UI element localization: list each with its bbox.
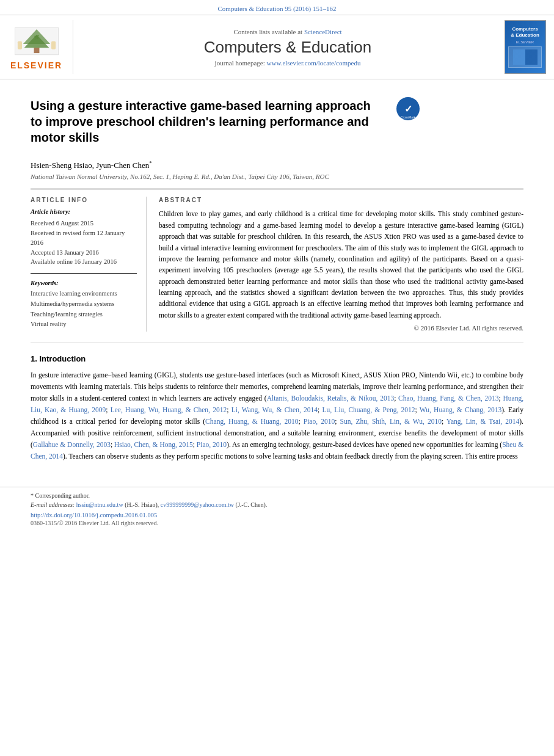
science-direct-line: Contents lists available at ScienceDirec… bbox=[233, 28, 341, 35]
intro-heading: 1. Introduction bbox=[31, 354, 523, 363]
elsevier-brand-text: ELSEVIER bbox=[10, 60, 62, 70]
cover-title-text: Computers& Education bbox=[511, 26, 539, 38]
issn-line: 0360-1315/© 2016 Elsevier Ltd. All right… bbox=[31, 520, 523, 526]
ref-altanis-link[interactable]: Altanis, Boloudakis, Retalis, & Nikou, 2… bbox=[267, 394, 395, 402]
ref-piao-link[interactable]: Piao, 2010 bbox=[304, 418, 335, 425]
journal-cover: Computers& Education ELSEVIER bbox=[502, 20, 548, 74]
title-crossmark-container: Using a gesture interactive game-based l… bbox=[31, 92, 523, 154]
abstract-label: ABSTRACT bbox=[159, 197, 523, 203]
ref-gallahue-link[interactable]: Gallahue & Donnelly, 2003 bbox=[33, 441, 111, 448]
email2-note: (J.-C. Chen). bbox=[236, 501, 268, 508]
article-info-column: ARTICLE INFO Article history: Received 6… bbox=[31, 197, 147, 332]
available-date: Available online 16 January 2016 bbox=[31, 257, 137, 267]
svg-rect-6 bbox=[51, 41, 56, 49]
intro-paragraph: In gesture interactive game–based learni… bbox=[31, 369, 523, 462]
ref-lee-link[interactable]: Lee, Huang, Wu, Huang, & Chen, 2012 bbox=[111, 406, 227, 413]
title-divider bbox=[31, 189, 523, 189]
ref-li-link[interactable]: Li, Wang, Wu, & Chen, 2014 bbox=[231, 406, 318, 413]
keyword-3: Teaching/learning strategies bbox=[31, 310, 137, 320]
journal-title: Computers & Education bbox=[204, 38, 372, 57]
article-content: Using a gesture interactive game-based l… bbox=[0, 79, 554, 474]
keywords-section: Keywords: Interactive learning environme… bbox=[31, 280, 137, 330]
revised-date: Received in revised form 12 January 2016 bbox=[31, 228, 137, 248]
journal-cover-image: Computers& Education ELSEVIER bbox=[505, 20, 546, 74]
keywords-label: Keywords: bbox=[31, 280, 137, 286]
ref-hsiao-link[interactable]: Hsiao, Chen, & Hong, 2015 bbox=[114, 441, 193, 448]
authors-text: Hsien-Sheng Hsiao, Jyun-Chen Chen bbox=[31, 161, 149, 170]
keyword-4: Virtual reality bbox=[31, 319, 137, 330]
elsevier-tree-icon: 🌿 bbox=[12, 24, 61, 58]
article-history-label: Article history: bbox=[31, 208, 137, 215]
ref-chao-link[interactable]: Chao, Huang, Fang, & Chen, 2013 bbox=[398, 394, 498, 402]
ref-lu-link[interactable]: Lu, Liu, Chuang, & Peng, 2012 bbox=[322, 406, 415, 413]
keyword-1: Interactive learning environments bbox=[31, 289, 137, 299]
journal-header: 🌿 ELSEVIER Contents lists available at S… bbox=[0, 15, 554, 79]
science-direct-link[interactable]: ScienceDirect bbox=[304, 28, 342, 35]
copyright-line: © 2016 Elsevier Ltd. All rights reserved… bbox=[159, 324, 523, 332]
two-column-section: ARTICLE INFO Article history: Received 6… bbox=[31, 197, 523, 332]
ref-sun-link[interactable]: Sun, Zhu, Shih, Lin, & Wu, 2010 bbox=[340, 418, 442, 425]
ref-yang-link[interactable]: Yang, Lin, & Tsai, 2014 bbox=[446, 418, 520, 425]
section-divider bbox=[31, 343, 523, 343]
svg-rect-4 bbox=[34, 48, 39, 53]
article-info-label: ARTICLE INFO bbox=[31, 197, 137, 203]
journal-center: Contents lists available at ScienceDirec… bbox=[79, 20, 496, 74]
corresponding-sup: * bbox=[149, 160, 152, 166]
svg-text:CrossMark: CrossMark bbox=[400, 115, 415, 119]
crossmark-icon: ✓ CrossMark bbox=[396, 96, 420, 121]
email-label: E-mail addresses: bbox=[31, 501, 75, 508]
ref-wu-link[interactable]: Wu, Huang, & Chang, 2013 bbox=[420, 406, 501, 413]
page-wrapper: Computers & Education 95 (2016) 151–162 … bbox=[0, 0, 554, 756]
footnote-email: E-mail addresses: hssiu@ntnu.edu.tw (H.-… bbox=[31, 500, 523, 509]
accepted-date: Accepted 13 January 2016 bbox=[31, 248, 137, 258]
ref-piao2-link[interactable]: Piao, 2010 bbox=[197, 441, 227, 448]
journal-reference-link[interactable]: Computers & Education 95 (2016) 151–162 bbox=[217, 5, 336, 12]
svg-text:✓: ✓ bbox=[404, 104, 412, 114]
elsevier-logo: 🌿 ELSEVIER bbox=[6, 20, 73, 74]
authors-line: Hsien-Sheng Hsiao, Jyun-Chen Chen* bbox=[31, 160, 523, 170]
contents-available-text: Contents lists available at bbox=[233, 28, 302, 35]
ref-chang-link[interactable]: Chang, Huang, & Huang, 2010 bbox=[205, 418, 298, 425]
corresponding-note: * Corresponding author. bbox=[31, 492, 90, 499]
journal-url-link[interactable]: www.elsevier.com/locate/compedu bbox=[267, 59, 361, 67]
abstract-text: Children love to play games, and early c… bbox=[159, 208, 523, 321]
keywords-divider bbox=[31, 273, 137, 274]
journal-homepage: journal homepage: www.elsevier.com/locat… bbox=[215, 59, 361, 67]
doi-link[interactable]: http://dx.doi.org/10.1016/j.compedu.2016… bbox=[31, 512, 523, 518]
homepage-label-text: journal homepage: bbox=[215, 59, 265, 67]
email2-link[interactable]: cv999999999@yahoo.com.tw bbox=[161, 501, 234, 508]
footnote-corresponding: * Corresponding author. bbox=[31, 491, 523, 500]
top-link-bar: Computers & Education 95 (2016) 151–162 bbox=[0, 0, 554, 15]
article-title: Using a gesture interactive game-based l… bbox=[31, 98, 385, 145]
affiliation-text: National Taiwan Normal University, No.16… bbox=[31, 173, 523, 180]
crossmark-badge[interactable]: ✓ CrossMark bbox=[394, 95, 421, 122]
received-date: Received 6 August 2015 bbox=[31, 219, 137, 228]
email1-link[interactable]: hssiu@ntnu.edu.tw bbox=[76, 501, 123, 508]
svg-rect-5 bbox=[17, 41, 21, 49]
keyword-2: Multimedia/hypermedia systems bbox=[31, 299, 137, 310]
email1-note: (H.-S. Hsiao), bbox=[125, 501, 161, 508]
introduction-section: 1. Introduction In gesture interactive g… bbox=[31, 354, 523, 462]
footer-section: * Corresponding author. E-mail addresses… bbox=[0, 487, 554, 530]
abstract-column: ABSTRACT Children love to play games, an… bbox=[159, 197, 523, 332]
